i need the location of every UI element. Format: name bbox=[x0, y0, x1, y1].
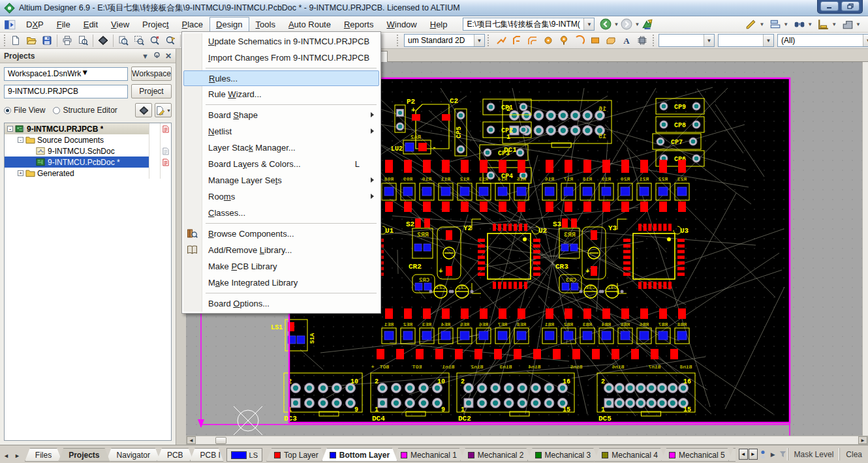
workspace-combo[interactable]: Workspace1.DsnWrk ▼ bbox=[4, 67, 128, 81]
project-button[interactable]: Project bbox=[131, 84, 172, 98]
back-button[interactable] bbox=[600, 18, 612, 30]
active-layer-indicator[interactable]: LS bbox=[226, 448, 262, 462]
vertical-scrollbar[interactable] bbox=[862, 62, 868, 436]
tabs-scroll-left-icon[interactable]: ◄ bbox=[1, 451, 11, 460]
workspace-button[interactable]: Workspace bbox=[131, 67, 172, 81]
tree-row-main[interactable]: -Source Documents bbox=[5, 134, 149, 145]
board-insight-button[interactable] bbox=[95, 33, 111, 48]
menu-item-board-options[interactable]: Board Options... bbox=[183, 295, 379, 312]
close-icon[interactable]: ✕ bbox=[165, 52, 172, 61]
menu-item-layer-stack-manager[interactable]: Layer Stack Manager... bbox=[183, 140, 379, 156]
place-track-button[interactable] bbox=[509, 33, 525, 48]
chevron-down-icon[interactable]: ▼ bbox=[81, 68, 89, 80]
collapse-icon[interactable]: - bbox=[7, 126, 13, 132]
run-icon[interactable]: ▶ bbox=[768, 449, 778, 460]
menu-place[interactable]: Place bbox=[176, 17, 210, 32]
tree-row[interactable]: 9-INTMCU.SchDoc bbox=[5, 145, 171, 157]
chevron-down-icon[interactable]: ▼ bbox=[863, 35, 868, 46]
menu-item-make-pcb-library[interactable]: Make PCB Library bbox=[183, 258, 379, 275]
menu-edit[interactable]: Edit bbox=[77, 17, 104, 32]
snap-indicator-icon[interactable] bbox=[758, 449, 768, 460]
layer-tab-mechanical-5[interactable]: Mechanical 5 bbox=[661, 448, 733, 462]
minimize-button[interactable] bbox=[820, 1, 839, 11]
place-diffpair-button[interactable] bbox=[525, 33, 540, 48]
file-view-radio[interactable]: File View bbox=[4, 106, 45, 115]
menu-design[interactable]: Design bbox=[209, 17, 249, 32]
menu-help[interactable]: Help bbox=[424, 17, 454, 32]
layer-tab-bottom-layer[interactable]: Bottom Layer bbox=[322, 448, 397, 462]
tree-row[interactable]: +Generated bbox=[5, 168, 171, 179]
panel-tab-pcb[interactable]: PCB bbox=[157, 448, 194, 462]
document-tab[interactable] bbox=[380, 51, 388, 62]
chevron-down-icon[interactable]: ▼ bbox=[783, 22, 788, 27]
layer-tabs-scroll-right[interactable]: ► bbox=[749, 449, 758, 460]
expand-icon[interactable]: + bbox=[18, 170, 23, 176]
tree-row[interactable]: -Source Documents bbox=[5, 134, 171, 145]
zoom-format-button[interactable] bbox=[147, 33, 163, 48]
chevron-down-icon[interactable]: ▼ bbox=[704, 35, 714, 46]
restore-button[interactable] bbox=[841, 1, 860, 11]
tree-row[interactable]: 9-INTMCU.PcbDoc * bbox=[5, 157, 171, 168]
panel-tab-projects[interactable]: Projects bbox=[58, 448, 110, 462]
menu-item-board-layers-colors[interactable]: Board Layers & Colors...L bbox=[183, 156, 379, 172]
mask-level-button[interactable]: Mask Level bbox=[788, 448, 840, 460]
menu-window[interactable]: Window bbox=[380, 17, 423, 32]
menu-item-update-schematics[interactable]: Update Schematics in 9-INTMCU.PRJPCB bbox=[183, 33, 379, 50]
scroll-thumb[interactable] bbox=[215, 437, 226, 444]
menu-item-make-integrated-library[interactable]: Make Integrated Library bbox=[183, 275, 379, 291]
open-document-button[interactable] bbox=[23, 33, 39, 48]
menu-tools[interactable]: Tools bbox=[249, 17, 282, 32]
panel-pin-icon[interactable] bbox=[153, 52, 161, 60]
menu-item-browse-components[interactable]: Browse Components... bbox=[183, 226, 379, 242]
place-string-button[interactable]: A bbox=[619, 33, 634, 48]
panel-tab-pcb-i[interactable]: PCB I bbox=[190, 448, 224, 462]
zoom-area-button[interactable] bbox=[131, 33, 147, 48]
toolbar-grip[interactable] bbox=[653, 35, 656, 46]
menu-item-import-changes[interactable]: Import Changes From 9-INTMCU.PRJPCB bbox=[183, 50, 379, 66]
layer-tab-mechanical-3[interactable]: Mechanical 3 bbox=[527, 448, 599, 462]
horizontal-scrollbar[interactable]: ◄ ► bbox=[186, 436, 868, 445]
tree-row-main[interactable]: -9-INTMCU.PRJPCB * bbox=[5, 123, 149, 134]
panel-tab-navigator[interactable]: Navigator bbox=[106, 448, 161, 462]
project-field[interactable]: 9-INTMCU.PRJPCB bbox=[4, 85, 128, 98]
scroll-left-icon[interactable]: ◄ bbox=[187, 436, 196, 444]
home-button[interactable] bbox=[642, 18, 653, 30]
chevron-down-icon[interactable]: ▼ bbox=[807, 22, 813, 27]
tree-row-main[interactable]: 9-INTMCU.PcbDoc * bbox=[5, 157, 149, 168]
chevron-down-icon[interactable]: ▼ bbox=[831, 22, 837, 27]
toolbar-grip[interactable] bbox=[4, 35, 5, 46]
toolbar-grip[interactable] bbox=[488, 35, 491, 46]
clear-button[interactable]: Clea bbox=[839, 448, 868, 460]
toolbar-grip[interactable] bbox=[397, 35, 400, 46]
tabs-scroll-right-icon[interactable]: ► bbox=[12, 451, 22, 460]
new-document-button[interactable] bbox=[8, 33, 23, 48]
scroll-right-icon[interactable]: ► bbox=[858, 436, 867, 444]
panel-tab-files[interactable]: Files bbox=[25, 448, 62, 462]
menu-reports[interactable]: Reports bbox=[337, 17, 380, 32]
utility-align-group[interactable]: ▼ bbox=[767, 17, 790, 31]
utility-find-group[interactable]: ▼ bbox=[792, 17, 814, 31]
forward-history-icon[interactable]: ▼ bbox=[633, 22, 641, 27]
scope-combo[interactable]: (All)▼ bbox=[777, 34, 868, 47]
place-component-button[interactable] bbox=[634, 33, 650, 48]
chevron-down-icon[interactable]: ▼ bbox=[763, 35, 773, 46]
chevron-down-icon[interactable]: ▼ bbox=[474, 35, 484, 46]
filter-funnel-icon[interactable] bbox=[778, 449, 788, 460]
panel-menu-icon[interactable]: ▼ bbox=[142, 52, 149, 60]
menu-item-add-remove-library[interactable]: Add/Remove Library... bbox=[183, 242, 379, 258]
place-pad-button[interactable] bbox=[540, 33, 556, 48]
back-history-icon[interactable]: ▼ bbox=[612, 22, 620, 27]
chevron-down-icon[interactable]: ▼ bbox=[856, 22, 861, 27]
menu-item-board-shape[interactable]: Board Shape bbox=[183, 107, 379, 123]
save-document-button[interactable] bbox=[39, 33, 55, 48]
layer-tabs-scroll-left[interactable]: ◄ bbox=[739, 449, 748, 460]
layer-tab-mechanical-1[interactable]: Mechanical 1 bbox=[393, 448, 465, 462]
filter-combo-1[interactable]: ▼ bbox=[659, 34, 715, 47]
print-button[interactable] bbox=[59, 33, 75, 48]
document-options-button[interactable]: ▼ bbox=[155, 103, 172, 117]
menu-dxp[interactable]: DXP bbox=[20, 17, 50, 32]
collapse-icon[interactable]: - bbox=[18, 137, 23, 143]
place-line-button[interactable] bbox=[493, 33, 509, 48]
place-polygon-button[interactable] bbox=[603, 33, 619, 48]
menu-auto-route[interactable]: Auto Route bbox=[282, 17, 337, 32]
